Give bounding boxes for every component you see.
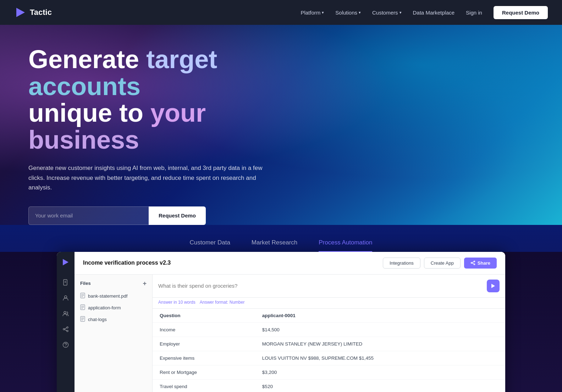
app-panel-wrapper: Income verification process v2.3 Integra…	[0, 252, 562, 392]
table-cell-label: Travel spend	[153, 379, 255, 392]
svg-line-17	[472, 262, 474, 263]
share-label: Share	[478, 260, 490, 266]
app-main: Income verification process v2.3 Integra…	[75, 252, 505, 392]
file-item[interactable]: bank-statement.pdf	[75, 290, 152, 302]
logo[interactable]: Tactic	[14, 6, 52, 18]
files-header: Files +	[75, 280, 152, 290]
hero-form: Request Demo	[28, 206, 206, 225]
tab-process-automation[interactable]: Process Automation	[319, 239, 372, 252]
files-label: Files	[80, 281, 91, 286]
hero-content: Generate target accounts unique to your …	[28, 46, 312, 225]
svg-marker-1	[63, 259, 68, 265]
tab-customer-data[interactable]: Customer Data	[190, 239, 230, 252]
table-row: Rent or Mortgage$3,200	[153, 365, 505, 379]
sidebar-logo-icon	[62, 258, 70, 268]
query-hints: Answer in 10 words Answer format: Number	[153, 298, 505, 309]
svg-point-9	[67, 330, 68, 332]
svg-point-13	[65, 346, 66, 347]
hero-title-line2: unique to your business	[28, 99, 206, 154]
svg-point-8	[63, 328, 65, 330]
hint-words[interactable]: Answer in 10 words	[158, 300, 195, 305]
hero-title-line1: Generate target accounts	[28, 45, 217, 100]
chevron-down-icon: ▾	[359, 10, 361, 15]
file-icon	[80, 293, 85, 299]
app-sidebar	[57, 252, 75, 392]
svg-line-10	[65, 328, 67, 329]
tabs-section: Customer Data Market Research Process Au…	[0, 225, 562, 392]
nav-links: Platform ▾ Solutions ▾ Customers ▾ Data …	[301, 6, 548, 19]
table-row: Travel spend$520	[153, 379, 505, 392]
nav-data-marketplace[interactable]: Data Marketplace	[413, 10, 455, 16]
chevron-down-icon: ▾	[400, 10, 402, 15]
file-icon	[80, 304, 85, 311]
sidebar-share-icon[interactable]	[62, 326, 69, 334]
files-add-button[interactable]: +	[143, 280, 147, 287]
data-table: Question applicant-0001 Income$14,500Emp…	[153, 309, 505, 392]
panel-body: Files + bank-statement.pdf	[75, 275, 505, 392]
panel-header: Income verification process v2.3 Integra…	[75, 252, 505, 275]
files-panel: Files + bank-statement.pdf	[75, 275, 153, 392]
table-row: EmployerMORGAN STANLEY (NEW JERSEY) LIMI…	[153, 337, 505, 351]
table-cell-label: Rent or Mortgage	[153, 365, 255, 379]
table-cell-label: Expensive items	[153, 351, 255, 365]
sidebar-users-icon[interactable]	[62, 310, 69, 318]
nav-demo-button[interactable]: Request Demo	[494, 6, 548, 19]
nav-solutions[interactable]: Solutions ▾	[335, 10, 361, 16]
table-cell-value: $520	[255, 379, 505, 392]
table-row: Expensive itemsLOUIS VUITTON NV $988, SU…	[153, 351, 505, 365]
integrations-button[interactable]: Integrations	[383, 258, 420, 269]
hero-subtitle: Generate new customer insights using AI …	[28, 163, 270, 192]
svg-marker-31	[491, 284, 495, 288]
chevron-down-icon: ▾	[322, 10, 324, 15]
share-button[interactable]: Share	[464, 258, 497, 269]
col-question: Question	[153, 309, 255, 323]
svg-point-7	[67, 327, 68, 328]
nav-customers[interactable]: Customers ▾	[372, 10, 402, 16]
file-name: chat-logs	[88, 317, 107, 322]
hint-format[interactable]: Answer format: Number	[200, 300, 245, 305]
svg-point-16	[474, 264, 475, 265]
svg-point-15	[471, 263, 472, 264]
tab-market-research[interactable]: Market Research	[252, 239, 297, 252]
query-input-row	[153, 275, 505, 298]
hero-title: Generate target accounts unique to your …	[28, 46, 312, 153]
navbar: Tactic Platform ▾ Solutions ▾ Customers …	[0, 0, 562, 25]
sidebar-help-icon[interactable]	[62, 342, 69, 349]
panel-title: Income verification process v2.3	[83, 260, 383, 266]
tabs-bar: Customer Data Market Research Process Au…	[0, 239, 562, 252]
svg-point-6	[64, 311, 66, 314]
app-panel: Income verification process v2.3 Integra…	[57, 252, 505, 392]
create-app-button[interactable]: Create App	[424, 258, 461, 269]
table-cell-value: $14,500	[255, 322, 505, 337]
svg-line-18	[472, 263, 474, 264]
svg-point-14	[474, 261, 475, 262]
nav-signin[interactable]: Sign in	[466, 10, 482, 16]
logo-text: Tactic	[30, 8, 52, 17]
file-name: application-form	[88, 305, 121, 310]
file-item[interactable]: application-form	[75, 302, 152, 314]
table-cell-label: Employer	[153, 337, 255, 351]
query-run-button[interactable]	[487, 280, 500, 292]
file-icon	[80, 316, 85, 323]
table-cell-value: LOUIS VUITTON NV $988, SUPREME.COM $1,45…	[255, 351, 505, 365]
table-cell-label: Income	[153, 322, 255, 337]
sidebar-file-icon[interactable]	[62, 279, 69, 287]
hero-section: Generate target accounts unique to your …	[0, 25, 562, 225]
nav-platform[interactable]: Platform ▾	[301, 10, 324, 16]
panel-actions: Integrations Create App Share	[383, 258, 497, 269]
file-item[interactable]: chat-logs	[75, 314, 152, 325]
col-applicant: applicant-0001	[255, 309, 505, 323]
svg-marker-0	[16, 8, 25, 17]
table-row: Income$14,500	[153, 322, 505, 337]
file-name: bank-statement.pdf	[88, 293, 127, 299]
email-input[interactable]	[28, 206, 149, 225]
query-input[interactable]	[158, 283, 483, 289]
query-area: Answer in 10 words Answer format: Number…	[153, 275, 505, 392]
hero-cta-button[interactable]: Request Demo	[149, 206, 206, 225]
sidebar-user-icon[interactable]	[62, 295, 69, 303]
svg-line-11	[65, 330, 67, 331]
table-cell-value: MORGAN STANLEY (NEW JERSEY) LIMITED	[255, 337, 505, 351]
table-cell-value: $3,200	[255, 365, 505, 379]
